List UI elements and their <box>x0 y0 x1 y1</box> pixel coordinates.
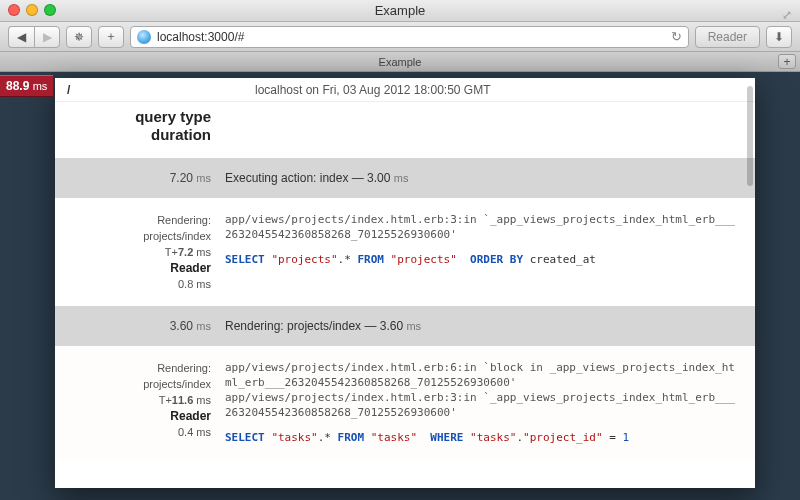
rendering-value: projects/index <box>143 230 211 242</box>
address-bar[interactable]: localhost:3000/# ↻ <box>130 26 689 48</box>
sql-query: SELECT "projects".* FROM "projects" ORDE… <box>225 252 739 267</box>
bookmarks-button[interactable]: ✵ <box>66 26 92 48</box>
section-time: 3.60 <box>170 319 193 333</box>
timing-badge[interactable]: 88.9 ms <box>0 75 53 97</box>
back-button[interactable]: ◀ <box>8 26 34 48</box>
t-unit: ms <box>196 246 211 258</box>
trace-chunk: Rendering: projects/index T+7.2 ms Reade… <box>55 198 755 306</box>
badge-unit: ms <box>33 80 48 92</box>
globe-icon <box>137 30 151 44</box>
section-time: 7.20 <box>170 171 193 185</box>
panel-column-labels: query type duration <box>55 102 755 158</box>
trace-body: app/views/projects/index.html.erb:3:in `… <box>225 212 739 292</box>
close-icon[interactable] <box>8 4 20 16</box>
trace-side: Rendering: projects/index T+7.2 ms Reade… <box>55 212 225 292</box>
reader-unit: ms <box>196 426 211 438</box>
section-text: Executing action: index — 3.00 <box>225 171 390 185</box>
new-tab-button[interactable]: + <box>778 54 796 69</box>
section-text: Rendering: projects/index — 3.60 <box>225 319 403 333</box>
window-titlebar: Example ⤢ <box>0 0 800 22</box>
browser-toolbar: ◀ ▶ ✵ ＋ localhost:3000/# ↻ Reader ⬇ <box>0 22 800 52</box>
tab-title[interactable]: Example <box>379 56 422 68</box>
stack-trace: app/views/projects/index.html.erb:3:in `… <box>225 213 735 241</box>
t-unit: ms <box>196 394 211 406</box>
request-meta: localhost on Fri, 03 Aug 2012 18:00:50 G… <box>255 83 755 97</box>
panel-header: / localhost on Fri, 03 Aug 2012 18:00:50… <box>55 78 755 102</box>
reader-value: 0.4 <box>178 426 193 438</box>
rendering-label: Rendering: <box>157 362 211 374</box>
badge-time: 88.9 <box>6 79 29 93</box>
rendering-value: projects/index <box>143 378 211 390</box>
reader-value: 0.8 <box>178 278 193 290</box>
t-label: T+ <box>165 246 178 258</box>
window-title: Example <box>375 3 426 18</box>
downloads-button[interactable]: ⬇ <box>766 26 792 48</box>
panel-scrollbar[interactable] <box>747 86 753 186</box>
forward-button[interactable]: ▶ <box>34 26 60 48</box>
t-value: 7.2 <box>178 246 193 258</box>
reader-unit: ms <box>196 278 211 290</box>
minimize-icon[interactable] <box>26 4 38 16</box>
label-duration: duration <box>55 126 225 144</box>
reload-icon[interactable]: ↻ <box>671 29 682 44</box>
reader-label-side: Reader <box>55 260 211 276</box>
section-time-unit: ms <box>196 320 211 332</box>
stack-trace: app/views/projects/index.html.erb:6:in `… <box>225 361 735 419</box>
reader-label: Reader <box>708 30 747 44</box>
reader-label-side: Reader <box>55 408 211 424</box>
section-time-unit: ms <box>196 172 211 184</box>
zoom-icon[interactable] <box>44 4 56 16</box>
section-text-unit: ms <box>406 320 421 332</box>
section-bar: 7.20 ms Executing action: index — 3.00 m… <box>55 158 755 198</box>
reader-button[interactable]: Reader <box>695 26 760 48</box>
trace-chunk: Rendering: projects/index T+11.6 ms Read… <box>55 346 755 459</box>
label-query-type: query type <box>55 108 225 126</box>
traffic-lights <box>8 4 56 16</box>
sql-query: SELECT "tasks".* FROM "tasks" WHERE "tas… <box>225 430 739 445</box>
url-text: localhost:3000/# <box>157 30 244 44</box>
trace-side: Rendering: projects/index T+11.6 ms Read… <box>55 360 225 445</box>
fullscreen-icon[interactable]: ⤢ <box>780 4 794 18</box>
section-text-unit: ms <box>394 172 409 184</box>
profiler-panel: / localhost on Fri, 03 Aug 2012 18:00:50… <box>55 78 755 488</box>
t-value: 11.6 <box>172 394 193 406</box>
add-button[interactable]: ＋ <box>98 26 124 48</box>
request-path: / <box>55 83 255 97</box>
trace-body: app/views/projects/index.html.erb:6:in `… <box>225 360 739 445</box>
tab-strip: Example + <box>0 52 800 72</box>
t-label: T+ <box>159 394 172 406</box>
section-bar: 3.60 ms Rendering: projects/index — 3.60… <box>55 306 755 346</box>
rendering-label: Rendering: <box>157 214 211 226</box>
